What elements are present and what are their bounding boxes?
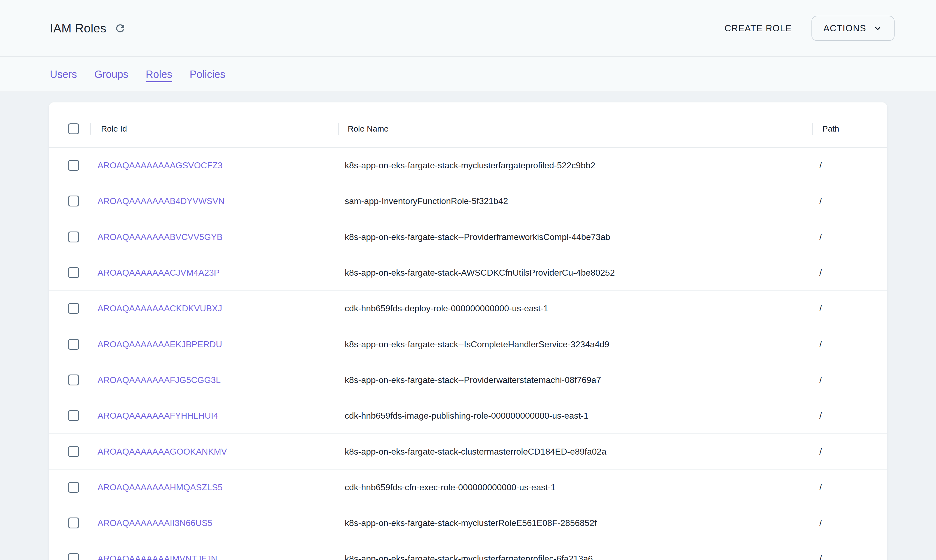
role-path-cell: / <box>819 339 822 349</box>
tab-users[interactable]: Users <box>50 69 77 80</box>
top-header-bar: IAM Roles CREATE ROLE ACTIONS <box>0 0 936 57</box>
role-id-link[interactable]: AROAQAAAAAAAB4DYVWSVN <box>97 196 225 206</box>
table-row: AROAQAAAAAAABVCVV5GYB k8s-app-on-eks-far… <box>49 219 887 255</box>
table-row: AROAQAAAAAAAIMVNTJFJN k8s-app-on-eks-far… <box>49 541 887 560</box>
table-row: AROAQAAAAAAACKDKVUBXJ cdk-hnb659fds-depl… <box>49 291 887 326</box>
row-checkbox[interactable] <box>68 232 79 242</box>
column-resize-handle[interactable] <box>90 123 91 135</box>
row-checkbox[interactable] <box>68 553 79 560</box>
table-row: AROAQAAAAAAAHMQASZLS5 cdk-hnb659fds-cfn-… <box>49 469 887 505</box>
role-path-cell: / <box>819 160 822 171</box>
role-path-cell: / <box>819 196 822 206</box>
role-name-cell: k8s-app-on-eks-fargate-stack--IsComplete… <box>345 339 609 349</box>
column-header-role-id[interactable]: Role Id <box>101 124 127 134</box>
row-checkbox[interactable] <box>68 160 79 171</box>
column-header-role-name[interactable]: Role Name <box>348 124 389 134</box>
row-checkbox[interactable] <box>68 195 79 206</box>
row-checkbox[interactable] <box>68 446 79 457</box>
role-path-cell: / <box>819 411 822 421</box>
table-row: AROAQAAAAAAAFYHHLHUI4 cdk-hnb659fds-imag… <box>49 398 887 434</box>
role-name-cell: k8s-app-on-eks-fargate-stack-myclusterRo… <box>345 518 597 528</box>
resource-tabs: Users Groups Roles Policies <box>0 57 936 92</box>
role-name-cell: k8s-app-on-eks-fargate-stack-myclusterfa… <box>345 160 596 171</box>
table-row: AROAQAAAAAAACJVM4A23P k8s-app-on-eks-far… <box>49 255 887 291</box>
tab-policies[interactable]: Policies <box>189 69 225 80</box>
table-header-row: Role Id Role Name Path <box>49 102 887 148</box>
role-name-cell: k8s-app-on-eks-fargate-stack-AWSCDKCfnUt… <box>345 268 615 278</box>
column-resize-handle[interactable] <box>812 123 813 135</box>
table-row: AROAQAAAAAAAEKJBPERDU k8s-app-on-eks-far… <box>49 326 887 362</box>
role-name-cell: k8s-app-on-eks-fargate-stack--Providerwa… <box>345 375 601 385</box>
role-name-cell: k8s-app-on-eks-fargate-stack-clustermast… <box>345 446 606 457</box>
row-checkbox[interactable] <box>68 410 79 421</box>
table-row: AROAQAAAAAAAGOOKANKMV k8s-app-on-eks-far… <box>49 434 887 469</box>
row-checkbox[interactable] <box>68 303 79 314</box>
row-checkbox[interactable] <box>68 374 79 385</box>
refresh-button[interactable] <box>114 22 126 35</box>
role-id-link[interactable]: AROAQAAAAAAAAGSVOCFZ3 <box>97 160 223 171</box>
role-id-link[interactable]: AROAQAAAAAAAGOOKANKMV <box>97 446 227 457</box>
role-name-cell: cdk-hnb659fds-deploy-role-000000000000-u… <box>345 303 548 314</box>
role-path-cell: / <box>819 268 822 278</box>
role-name-cell: k8s-app-on-eks-fargate-stack--Providerfr… <box>345 232 610 242</box>
row-checkbox[interactable] <box>68 267 79 278</box>
refresh-icon <box>114 22 126 34</box>
role-name-cell: cdk-hnb659fds-image-publishing-role-0000… <box>345 411 588 421</box>
role-id-link[interactable]: AROAQAAAAAAAFJG5CGG3L <box>97 375 221 385</box>
tab-roles[interactable]: Roles <box>146 69 172 80</box>
roles-table-card: Role Id Role Name Path AROAQAAAAAAAAGSVO… <box>49 102 887 560</box>
row-checkbox[interactable] <box>68 339 79 350</box>
role-id-link[interactable]: AROAQAAAAAAACJVM4A23P <box>97 268 220 278</box>
role-id-link[interactable]: AROAQAAAAAAAIMVNTJFJN <box>97 554 217 560</box>
table-row: AROAQAAAAAAAB4DYVWSVN sam-app-InventoryF… <box>49 183 887 219</box>
role-path-cell: / <box>819 554 822 560</box>
role-id-link[interactable]: AROAQAAAAAAACKDKVUBXJ <box>97 303 222 314</box>
create-role-button[interactable]: CREATE ROLE <box>722 18 794 39</box>
role-path-cell: / <box>819 482 822 492</box>
row-checkbox[interactable] <box>68 482 79 493</box>
column-header-path[interactable]: Path <box>822 124 839 134</box>
role-id-link[interactable]: AROAQAAAAAAAII3N66US5 <box>97 518 212 528</box>
table-row: AROAQAAAAAAAII3N66US5 k8s-app-on-eks-far… <box>49 505 887 541</box>
role-path-cell: / <box>819 232 822 242</box>
row-checkbox[interactable] <box>68 517 79 528</box>
header-actions: CREATE ROLE ACTIONS <box>722 16 894 41</box>
role-path-cell: / <box>819 303 822 314</box>
role-id-link[interactable]: AROAQAAAAAAAFYHHLHUI4 <box>97 411 218 421</box>
table-body: AROAQAAAAAAAAGSVOCFZ3 k8s-app-on-eks-far… <box>49 148 887 560</box>
role-path-cell: / <box>819 518 822 528</box>
actions-button-label: ACTIONS <box>824 23 866 34</box>
table-row: AROAQAAAAAAAAGSVOCFZ3 k8s-app-on-eks-far… <box>49 148 887 183</box>
column-resize-handle[interactable] <box>338 123 339 135</box>
role-name-cell: cdk-hnb659fds-cfn-exec-role-000000000000… <box>345 482 556 492</box>
select-all-checkbox[interactable] <box>68 123 79 134</box>
actions-dropdown-button[interactable]: ACTIONS <box>811 16 894 41</box>
role-path-cell: / <box>819 446 822 457</box>
role-id-link[interactable]: AROAQAAAAAAAEKJBPERDU <box>97 339 222 349</box>
role-name-cell: k8s-app-on-eks-fargate-stack-myclusterfa… <box>345 554 593 560</box>
chevron-down-icon <box>873 23 882 33</box>
role-name-cell: sam-app-InventoryFunctionRole-5f321b42 <box>345 196 508 206</box>
role-id-link[interactable]: AROAQAAAAAAAHMQASZLS5 <box>97 482 223 492</box>
page-title: IAM Roles <box>50 22 106 35</box>
title-area: IAM Roles <box>50 22 126 35</box>
role-path-cell: / <box>819 375 822 385</box>
role-id-link[interactable]: AROAQAAAAAAABVCVV5GYB <box>97 232 223 242</box>
tab-groups[interactable]: Groups <box>94 69 128 80</box>
table-row: AROAQAAAAAAAFJG5CGG3L k8s-app-on-eks-far… <box>49 362 887 398</box>
